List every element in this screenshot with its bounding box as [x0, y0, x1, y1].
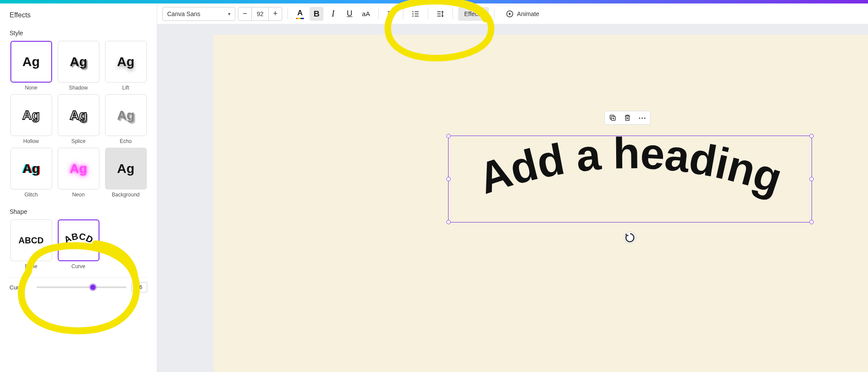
- resize-handle-r[interactable]: [809, 177, 814, 181]
- more-options-button[interactable]: ⋯: [638, 113, 647, 122]
- effect-caption: Lift: [122, 85, 129, 91]
- list-icon: [412, 10, 419, 18]
- shape-tile-none[interactable]: ABCD None: [10, 219, 53, 269]
- svg-text:Add a heading: Add a heading: [472, 129, 787, 203]
- sidebar-title: Effects: [10, 11, 147, 19]
- effect-tile-neon[interactable]: Ag Neon: [57, 148, 100, 198]
- shape-grid: ABCD None ABCD Curve: [10, 219, 147, 269]
- alignment-button[interactable]: [384, 7, 398, 21]
- trash-icon: [624, 114, 631, 122]
- font-size-group: − 92 +: [238, 7, 282, 21]
- effect-tile-none[interactable]: Ag None: [10, 41, 53, 91]
- text-case-button[interactable]: aA: [359, 7, 373, 21]
- effect-preview: Ag: [105, 41, 147, 83]
- shape-caption: None: [25, 263, 37, 269]
- effect-tile-background[interactable]: Ag Background: [104, 148, 147, 198]
- toolbar-divider: [287, 9, 288, 19]
- list-button[interactable]: [409, 7, 422, 21]
- effect-preview: Ag: [58, 148, 99, 189]
- effects-button[interactable]: Effects: [458, 7, 489, 21]
- delete-button[interactable]: [623, 113, 632, 122]
- toolbar-divider: [403, 9, 403, 19]
- shape-preview: ABCD: [10, 219, 52, 261]
- effect-caption: Neon: [72, 192, 85, 198]
- effects-sidebar: Effects Style Ag None Ag Shadow Ag Lift …: [0, 3, 157, 372]
- svg-point-6: [413, 15, 414, 17]
- effect-preview: Ag: [105, 94, 147, 136]
- rotate-handle[interactable]: [624, 232, 636, 244]
- shape-section-label: Shape: [10, 208, 147, 215]
- color-spectrum-icon: [296, 18, 304, 19]
- style-section-label: Style: [10, 30, 147, 37]
- toolbar-divider: [452, 9, 453, 19]
- animate-icon: [506, 10, 514, 18]
- chevron-down-icon: ▾: [228, 11, 231, 17]
- resize-handle-tr[interactable]: [809, 134, 814, 138]
- shape-caption: Curve: [71, 263, 85, 269]
- effect-caption: Splice: [71, 138, 86, 144]
- duplicate-button[interactable]: [608, 113, 617, 122]
- shape-tile-curve[interactable]: ABCD Curve: [57, 219, 100, 269]
- font-selector[interactable]: Canva Sans ▾: [162, 7, 235, 21]
- effect-tile-lift[interactable]: Ag Lift: [104, 41, 147, 91]
- effect-preview: Ag: [58, 41, 99, 83]
- svg-text:ABCD: ABCD: [62, 231, 95, 245]
- toolbar-divider: [378, 9, 379, 19]
- bold-button[interactable]: B: [310, 7, 323, 21]
- shape-preview: ABCD: [58, 219, 99, 261]
- canvas-area[interactable]: ⋯ Add a heading: [157, 24, 868, 372]
- italic-button[interactable]: I: [326, 7, 340, 21]
- element-floating-toolbar: ⋯: [604, 111, 650, 125]
- color-letter: A: [297, 9, 303, 17]
- effect-caption: Echo: [120, 138, 132, 144]
- underline-button[interactable]: U: [343, 7, 356, 21]
- curve-value-input[interactable]: 26: [132, 282, 147, 292]
- text-toolbar: Canva Sans ▾ − 92 + A B I U aA: [157, 3, 868, 24]
- align-icon: [387, 10, 395, 18]
- canvas-page[interactable]: ⋯ Add a heading: [214, 35, 868, 372]
- resize-handle-bl[interactable]: [446, 220, 451, 224]
- curve-slider-row: Curve 26: [10, 277, 147, 292]
- duplicate-icon: [609, 114, 617, 122]
- effect-preview: Ag: [58, 94, 99, 136]
- effect-preview: Ag: [10, 148, 52, 189]
- effect-tile-echo[interactable]: Ag Echo: [104, 94, 147, 144]
- effect-tile-glitch[interactable]: Ag Glitch: [10, 148, 53, 198]
- curve-slider-label: Curve: [10, 284, 31, 291]
- main-area: Canva Sans ▾ − 92 + A B I U aA: [157, 3, 868, 372]
- effect-tile-hollow[interactable]: Ag Hollow: [10, 94, 53, 144]
- increase-size-button[interactable]: +: [269, 7, 282, 20]
- svg-point-4: [413, 11, 414, 12]
- resize-handle-br[interactable]: [809, 220, 814, 224]
- effect-preview: Ag: [105, 148, 147, 189]
- spacing-icon: [436, 10, 444, 18]
- curve-slider[interactable]: [36, 286, 126, 288]
- rotate-icon: [624, 232, 636, 243]
- decrease-size-button[interactable]: −: [238, 7, 251, 20]
- effect-caption: Shadow: [69, 85, 88, 91]
- animate-label: Animate: [517, 10, 539, 17]
- curve-slider-thumb[interactable]: [89, 283, 97, 291]
- svg-point-5: [413, 13, 414, 14]
- effect-grid: Ag None Ag Shadow Ag Lift Ag Hollow Ag S…: [10, 41, 147, 198]
- heading-text[interactable]: Add a heading: [472, 129, 787, 203]
- text-element-selected[interactable]: Add a heading: [448, 136, 812, 223]
- resize-handle-tl[interactable]: [446, 134, 451, 138]
- effect-tile-shadow[interactable]: Ag Shadow: [57, 41, 100, 91]
- spacing-button[interactable]: [433, 7, 447, 21]
- effect-caption: Hollow: [23, 138, 39, 144]
- effect-caption: None: [25, 85, 37, 91]
- font-size-input[interactable]: 92: [251, 7, 269, 20]
- toolbar-divider: [494, 9, 495, 19]
- font-name: Canva Sans: [167, 10, 200, 17]
- brand-gradient-bar: [0, 0, 868, 3]
- text-color-button[interactable]: A: [293, 7, 307, 21]
- effect-caption: Background: [112, 192, 139, 198]
- effect-tile-splice[interactable]: Ag Splice: [57, 94, 100, 144]
- effect-preview: Ag: [10, 94, 52, 136]
- effect-preview: Ag: [10, 41, 52, 83]
- resize-handle-l[interactable]: [446, 177, 451, 181]
- animate-button[interactable]: Animate: [500, 7, 545, 21]
- toolbar-divider: [428, 9, 428, 19]
- effect-caption: Glitch: [24, 192, 38, 198]
